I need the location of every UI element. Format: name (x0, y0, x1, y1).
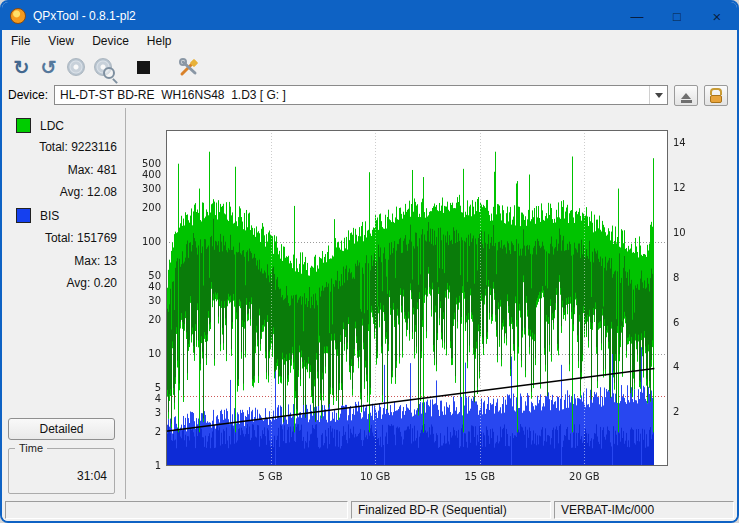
stats-sidebar: LDC Total: 9223116 Max: 481 Avg: 12.08 B… (2, 108, 126, 499)
time-value: 31:04 (77, 469, 107, 483)
titlebar: QPxTool - 0.8.1-pl2 — □ × (2, 2, 737, 30)
window-title: QPxTool - 0.8.1-pl2 (33, 9, 617, 23)
bis-max: Max: 13 (74, 254, 117, 268)
lock-button[interactable] (704, 85, 728, 106)
menu-help[interactable]: Help (138, 31, 181, 51)
maximize-button[interactable]: □ (657, 2, 697, 30)
ldc-avg: Avg: 12.08 (60, 185, 117, 199)
minimize-button[interactable]: — (617, 2, 657, 30)
status-segment-media: Finalized BD-R (Sequential) (351, 501, 551, 519)
window-controls: — □ × (617, 2, 737, 30)
menu-view[interactable]: View (39, 31, 83, 51)
device-select-arrow-button[interactable] (649, 86, 667, 104)
menubar: File View Device Help (2, 30, 737, 52)
disc-icon (67, 58, 85, 76)
tools-icon (178, 56, 200, 78)
device-label: Device: (8, 88, 48, 102)
status-segment-media-id: VERBAT-IMc/000 (554, 501, 734, 519)
bis-color-swatch (16, 208, 31, 223)
device-select-value: HL-DT-ST BD-RE WH16NS48 1.D3 [ G: ] (55, 88, 649, 102)
eject-button[interactable] (674, 85, 698, 106)
status-segment-left (5, 501, 348, 519)
refresh-devices-button[interactable]: ↻ (8, 54, 35, 80)
detailed-button[interactable]: Detailed (8, 418, 115, 440)
eject-icon (681, 88, 691, 99)
ldc-max: Max: 481 (68, 163, 117, 177)
time-label: Time (15, 442, 47, 454)
statusbar: Finalized BD-R (Sequential) VERBAT-IMc/0… (2, 499, 737, 521)
bis-label: BIS (40, 209, 59, 223)
chevron-down-icon (655, 93, 663, 102)
bis-legend: BIS (16, 208, 59, 223)
chart-canvas[interactable] (126, 108, 737, 499)
bis-total: Total: 151769 (45, 231, 117, 245)
ldc-label: LDC (40, 119, 64, 133)
toolbar: ↻ ↺ (2, 52, 737, 82)
lock-icon-body (710, 95, 722, 103)
ldc-color-swatch (16, 118, 31, 133)
device-select[interactable]: HL-DT-ST BD-RE WH16NS48 1.D3 [ G: ] (54, 85, 668, 105)
lock-icon (710, 88, 722, 95)
time-groupbox: Time 31:04 (8, 448, 115, 494)
rescan-icon: ↺ (41, 58, 57, 77)
disc-check-button[interactable] (89, 54, 116, 80)
ldc-legend: LDC (16, 118, 64, 133)
eject-icon-bar (681, 100, 692, 103)
settings-button[interactable] (175, 54, 202, 80)
refresh-icon: ↻ (14, 58, 30, 77)
stop-icon (137, 61, 150, 74)
ldc-total: Total: 9223116 (39, 140, 117, 154)
app-icon (10, 8, 26, 24)
menu-device[interactable]: Device (83, 31, 138, 51)
start-scan-button[interactable]: ↺ (35, 54, 62, 80)
close-button[interactable]: × (697, 2, 737, 30)
bis-avg: Avg: 0.20 (67, 276, 117, 290)
menu-file[interactable]: File (2, 31, 39, 51)
main-area: LDC Total: 9223116 Max: 481 Avg: 12.08 B… (2, 108, 737, 499)
disc-info-button[interactable] (62, 54, 89, 80)
qpxtool-window: QPxTool - 0.8.1-pl2 — □ × File View Devi… (0, 0, 739, 523)
stop-button[interactable] (130, 54, 157, 80)
device-row: Device: HL-DT-ST BD-RE WH16NS48 1.D3 [ G… (2, 82, 737, 108)
chart-panel (126, 108, 737, 499)
